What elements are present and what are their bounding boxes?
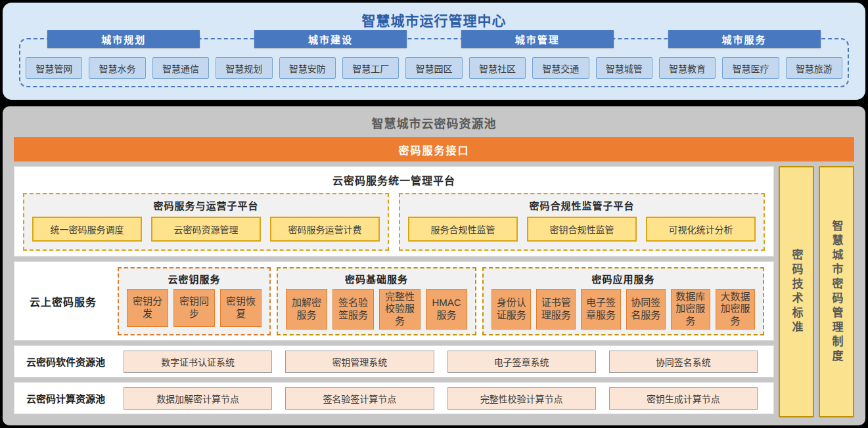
software-box: 数字证书认证系统 — [124, 351, 272, 373]
subplatform-compliance-title: 密码合规性监管子平台 — [408, 198, 756, 212]
management-platform-panel: 云密码服务统一管理平台 密码服务与运营子平台 统一密码服务调度 云密码资源管理 … — [14, 166, 774, 257]
subplatform-ops-title: 密码服务与运营子平台 — [32, 198, 380, 212]
app-box: 智慧城管 — [596, 57, 652, 79]
app-box: 智慧安防 — [279, 57, 336, 79]
app-box: 智慧通信 — [152, 57, 209, 79]
software-box: 电子签章系统 — [447, 351, 596, 373]
app-box: 智慧医疗 — [722, 57, 779, 79]
subplatform-compliance: 密码合规性监管子平台 服务合规性监管 密钥合规性监管 可视化统计分析 — [399, 193, 765, 251]
app-box: 智慧旅游 — [786, 57, 842, 79]
platform-function-box: 密码服务运营计费 — [270, 217, 380, 242]
app-box: 智慧交通 — [532, 57, 589, 79]
platform-function-box: 云密码资源管理 — [151, 217, 261, 242]
category-header: 城市服务 — [668, 30, 821, 48]
service-box: 大数据加密服务 — [716, 289, 755, 330]
cloud-services-label: 云上密码服务 — [14, 293, 112, 309]
crypto-pool-title: 智慧城市云密码资源池 — [14, 113, 854, 131]
platform-function-box: 可视化统计分析 — [646, 217, 756, 242]
management-platform-title: 云密码服务统一管理平台 — [23, 172, 765, 188]
app-box-row: 智慧管网 智慧水务 智慧通信 智慧规划 智慧安防 智慧工厂 智慧园区 智慧社区 … — [20, 48, 848, 86]
tech-standard-bar-label: 密码技术标准 — [788, 249, 805, 335]
subplatform-ops-items: 统一密码服务调度 云密码资源管理 密码服务运营计费 — [32, 217, 380, 242]
software-box: 密钥管理系统 — [285, 351, 434, 373]
key-service-group-title: 云密钥服务 — [127, 272, 262, 286]
app-service-items: 身份认证服务 证书管理服务 电子签章服务 协同签名服务 数据库加密服务 大数据加… — [491, 289, 755, 330]
pool-main-column: 云密码服务统一管理平台 密码服务与运营子平台 统一密码服务调度 云密码资源管理 … — [14, 166, 774, 417]
compute-pool-row: 云密码计算资源池 数据加解密计算节点 签名验签计算节点 完整性校验计算节点 密钥… — [14, 382, 774, 414]
service-box: 身份认证服务 — [491, 289, 531, 330]
service-box: 协同签名服务 — [626, 289, 666, 330]
software-pool-items: 数字证书认证系统 密钥管理系统 电子签章系统 协同签名系统 — [124, 351, 758, 373]
ops-center-panel: 智慧城市运行管理中心 城市规划 城市建设 城市管理 城市服务 智慧管网 智慧水务… — [3, 3, 865, 100]
platform-function-box: 服务合规性监管 — [408, 217, 518, 242]
cloud-crypto-services-panel: 云上密码服务 云密钥服务 密钥分发 密钥同步 密钥恢复 密码基础服务 — [14, 261, 774, 341]
service-box: HMAC服务 — [426, 289, 467, 330]
basic-service-group-title: 密码基础服务 — [286, 272, 467, 286]
basic-service-items: 加解密服务 签名验签服务 完整性校验服务 HMAC服务 — [286, 289, 467, 330]
architecture-diagram: { "top": { "title": "智慧城市运行管理中心", "categ… — [0, 0, 868, 428]
service-box: 数据库加密服务 — [671, 289, 710, 330]
compute-pool-items: 数据加解密计算节点 签名验签计算节点 完整性校验计算节点 密钥生成计算节点 — [124, 387, 758, 410]
key-service-items: 密钥分发 密钥同步 密钥恢复 — [127, 289, 262, 327]
app-box: 智慧工厂 — [342, 57, 399, 79]
app-box: 智慧规划 — [216, 57, 272, 79]
management-policy-bar: 智慧城市密码管理制度 — [819, 166, 854, 417]
category-header: 城市规划 — [47, 30, 200, 48]
compute-node-box: 密钥生成计算节点 — [609, 387, 758, 410]
service-box: 加解密服务 — [286, 289, 327, 330]
service-box: 密钥分发 — [127, 289, 168, 327]
pool-content: 云密码服务统一管理平台 密码服务与运营子平台 统一密码服务调度 云密码资源管理 … — [14, 166, 854, 417]
platform-function-box: 密钥合规性监管 — [527, 217, 637, 242]
tech-standard-bar: 密码技术标准 — [779, 166, 814, 417]
service-box: 证书管理服务 — [536, 289, 576, 330]
category-header-row: 城市规划 城市建设 城市管理 城市服务 — [20, 30, 848, 48]
subplatform-compliance-items: 服务合规性监管 密钥合规性监管 可视化统计分析 — [408, 217, 756, 242]
app-box: 智慧社区 — [469, 57, 526, 79]
key-service-group: 云密钥服务 密钥分发 密钥同步 密钥恢复 — [118, 267, 271, 335]
subplatform-row: 密码服务与运营子平台 统一密码服务调度 云密码资源管理 密码服务运营计费 — [23, 193, 765, 251]
compute-node-box: 数据加解密计算节点 — [124, 387, 272, 410]
compute-node-box: 签名验签计算节点 — [285, 387, 434, 410]
basic-service-group: 密码基础服务 加解密服务 签名验签服务 完整性校验服务 HMAC服务 — [277, 267, 476, 335]
service-box: 签名验签服务 — [332, 289, 374, 330]
app-box: 智慧教育 — [659, 57, 716, 79]
category-header: 城市建设 — [254, 30, 407, 48]
service-box: 密钥同步 — [173, 289, 215, 327]
software-pool-label: 云密码软件资源池 — [20, 354, 112, 368]
management-policy-bar-label: 智慧城市密码管理制度 — [829, 220, 845, 364]
crypto-pool-panel: 智慧城市云密码资源池 密码服务接口 云密码服务统一管理平台 密码服务与运营子平台… — [3, 106, 865, 425]
compute-pool-label: 云密码计算资源池 — [20, 391, 112, 405]
subplatform-ops: 密码服务与运营子平台 统一密码服务调度 云密码资源管理 密码服务运营计费 — [23, 193, 389, 251]
service-interface-bar: 密码服务接口 — [14, 137, 854, 161]
service-box: 电子签章服务 — [581, 289, 620, 330]
category-header: 城市管理 — [461, 30, 614, 48]
city-domains-frame: 城市规划 城市建设 城市管理 城市服务 智慧管网 智慧水务 智慧通信 智慧规划 … — [19, 38, 849, 87]
app-box: 智慧管网 — [26, 57, 82, 79]
service-box: 完整性校验服务 — [379, 289, 421, 330]
app-service-group-title: 密码应用服务 — [491, 272, 755, 286]
compute-node-box: 完整性校验计算节点 — [447, 387, 596, 410]
platform-function-box: 统一密码服务调度 — [32, 217, 142, 242]
software-pool-row: 云密码软件资源池 数字证书认证系统 密钥管理系统 电子签章系统 协同签名系统 — [14, 345, 774, 377]
ops-center-title: 智慧城市运行管理中心 — [3, 3, 865, 30]
app-box: 智慧园区 — [405, 57, 462, 79]
app-box: 智慧水务 — [89, 57, 145, 79]
service-box: 密钥恢复 — [220, 289, 262, 327]
software-box: 协同签名系统 — [609, 351, 758, 373]
app-service-group: 密码应用服务 身份认证服务 证书管理服务 电子签章服务 协同签名服务 数据库加密… — [482, 267, 764, 335]
